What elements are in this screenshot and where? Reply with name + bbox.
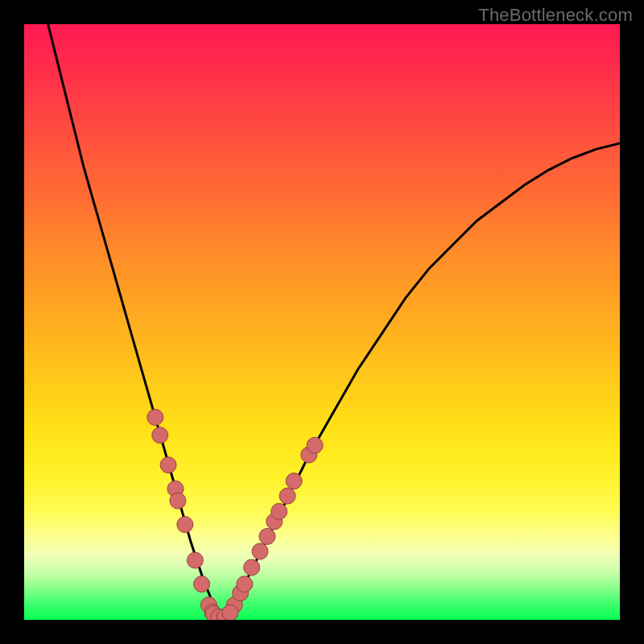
data-marker (279, 488, 295, 504)
chart-frame: TheBottleneck.com (0, 0, 644, 644)
data-marker (307, 437, 323, 453)
bottleneck-curve (48, 24, 620, 620)
data-marker (259, 528, 275, 544)
data-marker (160, 457, 176, 473)
data-marker (147, 409, 163, 425)
data-marker (177, 517, 193, 533)
plot-area (24, 24, 620, 620)
data-marker (170, 493, 186, 509)
data-marker (237, 576, 253, 592)
chart-svg (24, 24, 620, 620)
data-marker (271, 503, 287, 519)
data-marker (286, 473, 302, 489)
data-markers (147, 409, 323, 620)
data-marker (252, 543, 268, 559)
data-marker (244, 559, 260, 576)
data-marker (194, 576, 210, 592)
watermark-text: TheBottleneck.com (478, 5, 633, 26)
data-marker (187, 552, 203, 568)
data-marker (152, 427, 168, 444)
data-marker (222, 605, 238, 620)
